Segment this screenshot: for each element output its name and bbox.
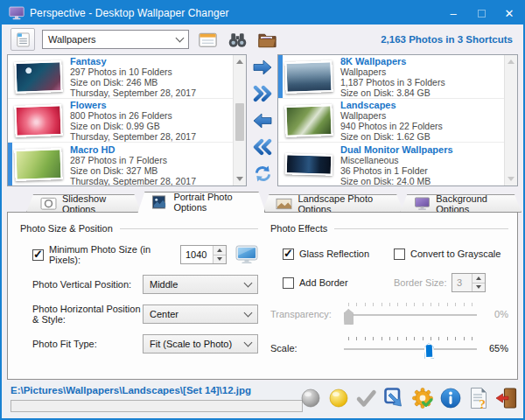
item-title: Flowers [70, 100, 233, 110]
scroll-up-icon[interactable] [505, 55, 517, 68]
list-item-8k-wallpapers[interactable]: 8K Wallpapers Wallpapers 1,187 Photos in… [278, 55, 504, 99]
tab-portrait-photo-options[interactable]: Portrait Photo Options [137, 192, 265, 213]
list-item-dual-monitor[interactable]: Dual Monitor Wallpapers Miscellaneous 36… [278, 143, 504, 186]
list-item-macro-hd[interactable]: Macro HD 287 Photos in 7 Folders Size on… [8, 143, 233, 186]
right-list-scrollbar[interactable] [504, 55, 517, 186]
maximize-button[interactable] [467, 2, 495, 24]
settings-button[interactable] [410, 386, 434, 410]
background-monitor-icon [414, 197, 430, 211]
list-item-flowers[interactable]: Flowers 800 Photos in 26 Folders Size on… [8, 99, 233, 143]
scale-label: Scale: [270, 343, 337, 354]
target-shortcut-list: 8K Wallpapers Wallpapers 1,187 Photos in… [277, 54, 518, 186]
move-right-icon [252, 59, 273, 76]
yellow-ball-button[interactable] [326, 386, 350, 410]
glass-reflection-checkbox[interactable] [283, 248, 294, 260]
item-line: Miscellaneous [340, 155, 504, 165]
gray-ball-icon [300, 388, 321, 409]
min-photo-size-checkbox[interactable] [32, 249, 44, 261]
fit-type-select[interactable]: Fit (Scale to Photo) [143, 334, 258, 354]
move-all-left-button[interactable] [250, 136, 275, 158]
slider-thumb[interactable] [424, 343, 434, 359]
sync-icon [253, 164, 273, 183]
move-right-button[interactable] [250, 57, 275, 78]
exit-button[interactable] [494, 386, 518, 410]
vertical-position-select[interactable]: Middle [143, 275, 258, 294]
min-photo-size-spinner[interactable]: 1040 [180, 245, 227, 264]
item-line: 1,187 Photos in 3 Folders [340, 77, 504, 88]
open-folder-icon [257, 30, 277, 50]
glass-reflection-label: Glass Reflection [299, 248, 394, 259]
list-item-thumbnail [14, 148, 62, 181]
item-title: 8K Wallpapers [340, 56, 504, 66]
info-button[interactable] [438, 386, 462, 410]
scale-value: 65% [484, 343, 508, 354]
horizontal-position-label: Photo Horizontal Position & Style: [32, 304, 143, 325]
transparency-slider[interactable] [344, 302, 477, 326]
left-list-scrollbar[interactable] [233, 55, 246, 186]
chevron-down-icon [176, 34, 185, 43]
scrollbar-thumb[interactable] [235, 103, 244, 141]
close-button[interactable]: ✕ [495, 2, 523, 24]
item-line: Thursday, September 28, 2017 [70, 88, 233, 98]
tab-background-options[interactable]: Background Options [400, 194, 522, 213]
help-icon: ? [467, 387, 490, 410]
spin-down-icon[interactable] [214, 255, 226, 264]
scroll-up-icon[interactable] [234, 55, 246, 68]
settings-gear-icon [411, 387, 434, 410]
tab-landscape-photo-options[interactable]: Landscape Photo Options [262, 194, 403, 213]
progress-bar [10, 400, 303, 412]
spin-up-icon[interactable] [472, 274, 485, 283]
options-tabs: Slideshow Options Portrait Photo Options… [7, 192, 518, 213]
info-icon [439, 387, 462, 410]
tab-slideshow-options[interactable]: Slideshow Options [26, 194, 141, 213]
landscape-photo-icon [276, 197, 292, 211]
item-line: Size on Disk: 24.0 MB [340, 176, 504, 186]
item-title: Landscapes [340, 100, 504, 110]
select-check-button[interactable] [354, 386, 378, 410]
list-item-fantasy[interactable]: Fantasy 297 Photos in 10 Folders Size on… [8, 55, 233, 99]
new-shortcut-button[interactable] [196, 29, 219, 50]
move-all-right-icon [252, 85, 273, 102]
item-line: Size on Disk: 0.99 GB [70, 121, 233, 131]
svg-text:?: ? [479, 397, 486, 410]
move-left-button[interactable] [250, 110, 275, 131]
grayscale-label: Convert to Grayscale [410, 248, 500, 259]
move-all-left-icon [252, 138, 273, 156]
collection-select[interactable]: Wallpapers [42, 30, 189, 49]
sync-button[interactable] [250, 163, 275, 184]
transparency-value: 0% [484, 309, 508, 319]
monitor-preview-icon[interactable] [235, 245, 258, 264]
list-item-landscapes[interactable]: Landscapes Wallpapers 940 Photos in 22 F… [278, 99, 504, 143]
photo-size-group-header: Photo Size & Position [20, 223, 258, 234]
item-title: Dual Monitor Wallpapers [340, 144, 504, 155]
grayscale-checkbox[interactable] [394, 248, 405, 260]
item-line: 36 Photos in 1 Folder [340, 165, 504, 176]
spin-up-icon[interactable] [214, 246, 226, 255]
horizontal-position-select[interactable]: Center [143, 304, 258, 324]
apply-wallpaper-button[interactable] [382, 386, 406, 410]
gray-ball-button[interactable] [298, 386, 322, 410]
move-all-right-button[interactable] [250, 83, 275, 104]
chevron-down-icon [244, 309, 253, 318]
apply-wallpaper-icon [383, 387, 405, 409]
yellow-ball-icon [328, 388, 349, 409]
minimize-button[interactable]: – [439, 2, 467, 24]
add-border-checkbox[interactable] [283, 277, 294, 289]
spin-down-icon[interactable] [472, 283, 485, 292]
shortcut-list-button[interactable] [10, 28, 35, 51]
open-folder-button[interactable] [256, 29, 278, 50]
item-line: Size on Disk: 1.62 GB [340, 131, 504, 142]
shortcut-list-icon [15, 32, 32, 48]
scroll-down-icon[interactable] [505, 172, 517, 186]
slideshow-icon [40, 197, 57, 211]
photo-effects-group-header: Photo Effects [270, 223, 508, 234]
search-button[interactable] [226, 29, 248, 50]
transparency-label: Transparency: [270, 309, 337, 319]
scale-slider[interactable] [344, 336, 477, 360]
exit-door-icon [495, 387, 518, 410]
border-size-spinner[interactable]: 3 [452, 273, 486, 292]
slider-thumb[interactable] [344, 309, 354, 325]
binoculars-search-icon [228, 30, 248, 50]
scroll-down-icon[interactable] [234, 172, 246, 186]
help-button[interactable]: ? [466, 386, 490, 410]
